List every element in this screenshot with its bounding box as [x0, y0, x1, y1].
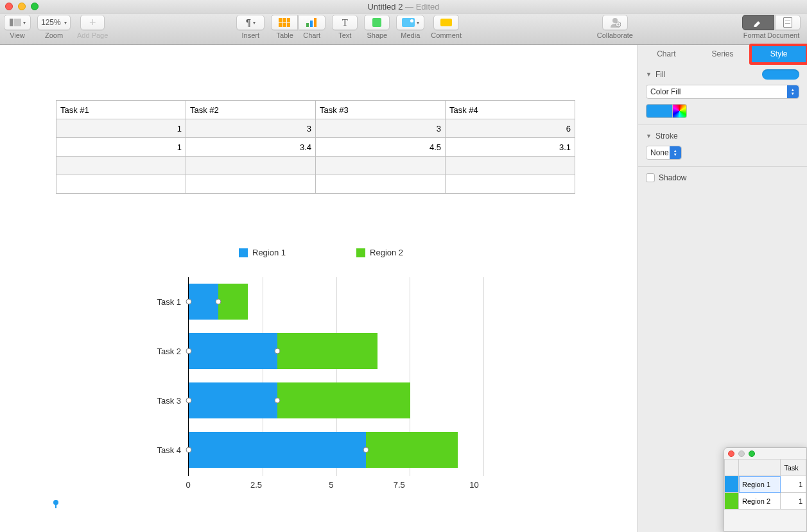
tab-series[interactable]: Series: [695, 45, 751, 63]
value-cell[interactable]: 1: [781, 493, 806, 510]
view-button[interactable]: ▾: [4, 15, 31, 30]
bar-segment-region2[interactable]: [277, 333, 377, 369]
legend-item[interactable]: Region 2: [356, 248, 403, 257]
table-cell[interactable]: 6: [446, 119, 575, 138]
comment-button[interactable]: [433, 15, 459, 30]
data-table[interactable]: Task #1 Task #2 Task #3 Task #4 1 3 3 6 …: [56, 100, 575, 194]
insert-label: Insert: [242, 31, 260, 39]
table-cell[interactable]: [186, 175, 316, 194]
bar-segment-region1[interactable]: [189, 382, 277, 418]
chart-button[interactable]: [299, 15, 325, 30]
svg-rect-1: [13, 19, 21, 26]
table-cell[interactable]: 3: [186, 119, 316, 138]
color-swatch-button[interactable]: [646, 104, 673, 118]
table-header-row: Task #1 Task #2 Task #3 Task #4: [56, 101, 575, 119]
disclosure-triangle-icon[interactable]: ▼: [646, 71, 652, 78]
table-cell[interactable]: [186, 157, 316, 175]
add-page-button[interactable]: +: [80, 15, 105, 30]
selection-handle[interactable]: [363, 447, 369, 453]
shape-button[interactable]: [364, 15, 390, 30]
table-cell[interactable]: [446, 157, 575, 175]
table-row: 1 3 3 6: [56, 119, 575, 138]
selection-handle[interactable]: [216, 299, 221, 305]
document-button[interactable]: [775, 15, 801, 30]
color-wheel-button[interactable]: [673, 104, 687, 118]
stroke-type-select[interactable]: None ▴▾: [646, 146, 682, 160]
legend-item[interactable]: Region 1: [239, 248, 286, 257]
table-cell[interactable]: [316, 157, 446, 175]
data-editor-table[interactable]: Task Region 11 Region 21: [724, 459, 806, 510]
chart[interactable]: Task 1 Task 2 Task 3 Task: [150, 277, 484, 476]
shadow-section: Shadow: [638, 167, 807, 189]
media-label: Media: [401, 31, 420, 39]
bar-segment-region1[interactable]: [189, 284, 218, 320]
fill-preview[interactable]: [762, 69, 799, 80]
comment-icon: [440, 19, 452, 26]
table-header[interactable]: Task #2: [186, 101, 316, 119]
bar-task2[interactable]: Task 2: [189, 333, 377, 369]
selection-handle[interactable]: [275, 398, 281, 404]
series-color-swatch[interactable]: [725, 476, 739, 493]
popup-titlebar[interactable]: [724, 448, 806, 459]
add-page-label: Add Page: [77, 31, 108, 39]
table-cell[interactable]: 3: [316, 119, 446, 138]
series-name-cell[interactable]: Region 1: [739, 476, 781, 493]
bar-segment-region2[interactable]: [218, 284, 248, 320]
section-heading: Stroke: [655, 132, 678, 141]
value-cell[interactable]: 1: [781, 476, 806, 493]
section-heading: Fill: [655, 70, 665, 79]
shadow-checkbox[interactable]: Shadow: [646, 173, 799, 182]
table-cell[interactable]: 3.1: [446, 138, 575, 157]
disclosure-triangle-icon[interactable]: ▼: [646, 133, 652, 139]
series-color-swatch[interactable]: [725, 493, 739, 510]
selection-handle[interactable]: [186, 299, 192, 305]
zoom-select[interactable]: 125% ▾: [37, 15, 71, 30]
bar-segment-region2[interactable]: [277, 382, 410, 418]
table-cell[interactable]: [56, 175, 186, 194]
table-cell[interactable]: 4.5: [316, 138, 446, 157]
chart-data-editor-popup[interactable]: Task Region 11 Region 21: [724, 447, 807, 532]
media-button[interactable]: ▾: [396, 15, 424, 30]
bar-task4[interactable]: Task 4: [189, 432, 458, 468]
document-canvas[interactable]: Task #1 Task #2 Task #3 Task #4 1 3 3 6 …: [0, 45, 638, 532]
text-label: Text: [338, 31, 351, 39]
corner-cell: [725, 459, 739, 476]
bar-task3[interactable]: Task 3: [189, 382, 410, 418]
selection-handle[interactable]: [186, 398, 192, 404]
close-popup-icon[interactable]: [728, 450, 734, 457]
legend-swatch: [239, 248, 248, 257]
collaborate-label: Collaborate: [597, 31, 633, 39]
table-cell[interactable]: [316, 175, 446, 194]
collaborate-button[interactable]: +: [602, 15, 628, 30]
table-cell[interactable]: 1: [56, 138, 186, 157]
col-header[interactable]: Task: [781, 459, 806, 476]
selection-handle[interactable]: [186, 348, 192, 354]
series-name-cell[interactable]: Region 2: [739, 493, 781, 510]
table-header[interactable]: Task #3: [316, 101, 446, 119]
table-header[interactable]: Task #4: [446, 101, 575, 119]
collaborate-icon: +: [609, 17, 621, 28]
bar-segment-region1[interactable]: [189, 333, 277, 369]
table-cell[interactable]: [56, 157, 186, 175]
bar-task1[interactable]: Task 1: [189, 284, 248, 320]
table-row: [56, 175, 575, 194]
format-button[interactable]: [742, 15, 774, 30]
chart-plot-area[interactable]: Task 1 Task 2 Task 3 Task: [188, 277, 483, 476]
text-button[interactable]: T: [332, 15, 358, 30]
bar-segment-region2[interactable]: [366, 432, 458, 468]
selection-handle[interactable]: [275, 348, 281, 354]
selection-handle[interactable]: [186, 447, 192, 453]
insert-button[interactable]: ¶ ▾: [236, 15, 265, 30]
axis-label: Task 1: [157, 297, 181, 307]
table-cell[interactable]: [446, 175, 575, 194]
fill-type-select[interactable]: Color Fill ▴▾: [646, 85, 799, 99]
tab-chart[interactable]: Chart: [638, 45, 695, 63]
table-header[interactable]: Task #1: [56, 101, 186, 119]
zoom-popup-icon[interactable]: [749, 450, 755, 457]
table-cell[interactable]: 1: [56, 119, 186, 138]
table-cell[interactable]: 3.4: [186, 138, 316, 157]
table-button[interactable]: [271, 15, 298, 30]
tab-style[interactable]: Style: [751, 45, 807, 63]
zoom-label: Zoom: [45, 31, 63, 39]
bar-segment-region1[interactable]: [189, 432, 366, 468]
